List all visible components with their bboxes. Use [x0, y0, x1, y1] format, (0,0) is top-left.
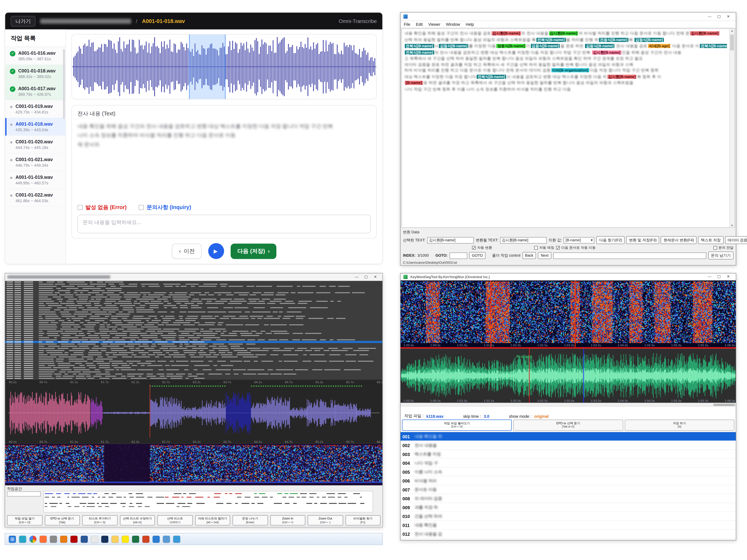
scrollbar-thumb[interactable] — [730, 34, 734, 50]
error-checkbox[interactable]: 발성 없음 (Error) — [77, 204, 127, 211]
close-button[interactable]: ✕ — [724, 13, 733, 20]
sidebar-scrollbar[interactable] — [63, 49, 65, 119]
maximize-button[interactable]: ▢ — [714, 13, 724, 20]
leave-inquiry-button[interactable]: 문의 남기기 — [708, 251, 733, 260]
checkbox-box[interactable] — [556, 246, 560, 250]
maximize-button[interactable]: ▢ — [361, 273, 371, 281]
task-item[interactable]: ✓A001-01-017.wav389.79s ~ 426.97s — [5, 83, 66, 101]
panel-button[interactable]: 다음 찾기(F2) — [596, 236, 625, 244]
menu-window[interactable]: Window — [446, 22, 460, 27]
close-button[interactable]: ✕ — [371, 273, 380, 281]
scroll-down-icon[interactable]: ▼ — [731, 224, 733, 227]
entity-chip[interactable]: 김시환[B-name] — [491, 31, 521, 36]
checkbox-box[interactable] — [139, 205, 144, 210]
segment-row[interactable]: 003 텍스트를 지정 — [401, 450, 736, 459]
task-item[interactable]: ◆C001-01-021.wav446.79s ~ 449.34s — [5, 154, 66, 171]
exit-button[interactable]: 나가기 — [11, 16, 36, 27]
task-item[interactable]: ◆A001-01-019.wav449.99s ~ 460.57s — [5, 171, 66, 189]
document-area[interactable]: 내용 확인을 위해 음성 구간의 전사 내용을 검토김시환[B-name]의 전… — [402, 29, 735, 228]
entity-chip[interactable]: 영웅식[B-name] — [496, 44, 526, 48]
segment-row[interactable]: 008의 데이터 검증 — [401, 494, 736, 503]
task-item[interactable]: ◆A001-01-018.wav435.39s ~ 443.04s — [5, 118, 66, 136]
edge-browser-icon[interactable] — [19, 536, 26, 543]
chrome-browser-icon[interactable] — [29, 536, 36, 543]
segment-row[interactable]: 010간을 선택 하여 — [401, 512, 736, 521]
segment-row[interactable]: 006 비식별 처리 — [401, 477, 736, 485]
toolbar-button[interactable]: 아래 리스트와 합치기[Alt + Del] — [195, 515, 230, 526]
settings-app-icon[interactable] — [50, 536, 57, 543]
waveform-panel[interactable] — [72, 34, 377, 100]
next-save-button[interactable]: 다음 (저장)› — [231, 243, 276, 259]
xml-tool-app-icon[interactable] — [153, 536, 160, 543]
toolbar-button[interactable]: Zoom Out(Ctrl + -) — [308, 515, 343, 526]
spectrogram-canvas[interactable] — [401, 281, 736, 347]
segment-list-canvas[interactable] — [5, 281, 383, 379]
kst-button[interactable]: 작업 파일 불러오기[Ctrl + O] — [402, 420, 512, 431]
menu-file[interactable]: File — [404, 22, 410, 27]
checkbox-box[interactable] — [534, 246, 538, 250]
convert-text-input[interactable] — [500, 237, 547, 243]
scroll-up-icon[interactable]: ▲ — [731, 29, 733, 32]
minimize-button[interactable]: — — [352, 273, 361, 281]
auto-move-checkbox[interactable]: 다음 문서로 자동 이동 — [556, 245, 596, 250]
kst-button[interactable]: 저장 하기[S] — [624, 420, 734, 431]
code-editor-app-icon[interactable] — [81, 536, 88, 543]
task-item[interactable]: ◆C001-01-020.wav444.74s ~ 445.18s — [5, 136, 66, 154]
menu-help[interactable]: Help — [466, 22, 474, 27]
toolbar-button[interactable]: 리스트 추가하기[Ctrl + S] — [82, 515, 118, 526]
task-item[interactable]: ✓A001-01-016.wav385.09s ~ 387.61s — [5, 47, 66, 65]
toolbar-button[interactable]: EPD or 선택 듣기[Tab] — [45, 515, 80, 526]
task-item[interactable]: ✓C001-01-018.wav388.42s ~ 389.02s — [5, 65, 66, 83]
segment-row[interactable]: 011내용 확인을 — [401, 521, 736, 530]
segment-row[interactable]: 012전사 내용을 검 — [401, 530, 736, 539]
waveform-canvas[interactable] — [401, 349, 736, 403]
start-button-icon[interactable]: ⊞ — [9, 536, 16, 543]
segment-row[interactable]: 005이름 나이 소속 — [401, 468, 736, 477]
entity-chip[interactable]: 전북식[B-name] — [536, 37, 566, 42]
back-button[interactable]: Back — [522, 252, 536, 259]
toolbar-button[interactable]: 문장 나누기[Enter] — [232, 515, 268, 526]
checkbox-box[interactable] — [77, 205, 83, 210]
audio-tool-app-icon[interactable] — [60, 536, 68, 543]
task-item[interactable]: ◆C001-01-019.wav429.73s ~ 434.81s — [5, 101, 66, 118]
folder-shortcut-icon[interactable] — [112, 536, 119, 543]
checkbox-box[interactable] — [713, 246, 717, 250]
entity-chip[interactable]: 전북식[B-name] — [477, 75, 506, 79]
panel-button[interactable]: 현재문서 변환(F4) — [661, 236, 697, 244]
segment-spectrogram-canvas[interactable] — [5, 444, 383, 485]
toolbar-button[interactable]: 비식별화 찾기[F1] — [345, 515, 381, 526]
scrollbar-thumb[interactable] — [713, 404, 735, 406]
audacity-app-icon[interactable] — [101, 536, 108, 543]
panel-button[interactable]: 변환 및 저장(F3) — [626, 236, 660, 244]
entity-chip[interactable]: 42세[B-age] — [648, 44, 670, 48]
horizontal-scrollbar[interactable] — [401, 403, 736, 406]
entity-chip[interactable]: 전북식[B-name] — [405, 44, 434, 48]
entity-chip[interactable]: 이바[B-organization] — [551, 68, 589, 73]
auto-match-checkbox[interactable]: 자동 매칭 — [534, 245, 554, 250]
entity-chip[interactable]: 전북식[B-name] — [700, 44, 727, 48]
goto-button[interactable]: GOTO — [469, 252, 486, 259]
inquiry-checkbox[interactable]: 문의사항 (Inquiry) — [139, 204, 191, 211]
entity-chip[interactable]: 김시환[B-name] — [549, 31, 578, 36]
minimize-button[interactable]: — — [705, 273, 714, 281]
segment-row[interactable]: 002전사 내용을 — [401, 441, 736, 450]
task-item[interactable]: ◆C001-01-022.wav461.86s ~ 464.03s — [5, 189, 66, 207]
firefox-browser-icon[interactable] — [40, 536, 47, 543]
replace-value-dropdown[interactable]: [B-name] ▾ — [564, 237, 595, 243]
entity-chip[interactable]: 김동식[B-name] — [439, 44, 468, 48]
entity-chip[interactable]: 김동식[B-name] — [585, 44, 615, 48]
segment-waveform-canvas[interactable] — [5, 379, 383, 444]
document-scrollbar[interactable]: ▲ ▼ — [729, 29, 735, 228]
next-button[interactable]: Next — [538, 252, 551, 259]
segment-row[interactable]: 001내용 확인을 위 — [401, 432, 736, 441]
maximize-button[interactable]: ▢ — [714, 273, 724, 281]
workspace-input[interactable] — [7, 491, 41, 497]
toolbar-button[interactable]: Zoom In(Ctrl + =) — [270, 515, 305, 526]
paint-app-icon[interactable] — [163, 536, 170, 543]
inquiry-text-input[interactable] — [553, 252, 706, 259]
entity-chip[interactable]: 김동식[B-name] — [635, 37, 664, 42]
entity-chip[interactable]: [B-name] — [405, 81, 423, 85]
close-button[interactable]: ✕ — [724, 273, 733, 281]
segment-row[interactable]: 009과를 저장 하 — [401, 503, 736, 512]
checkbox-box[interactable] — [472, 246, 476, 250]
